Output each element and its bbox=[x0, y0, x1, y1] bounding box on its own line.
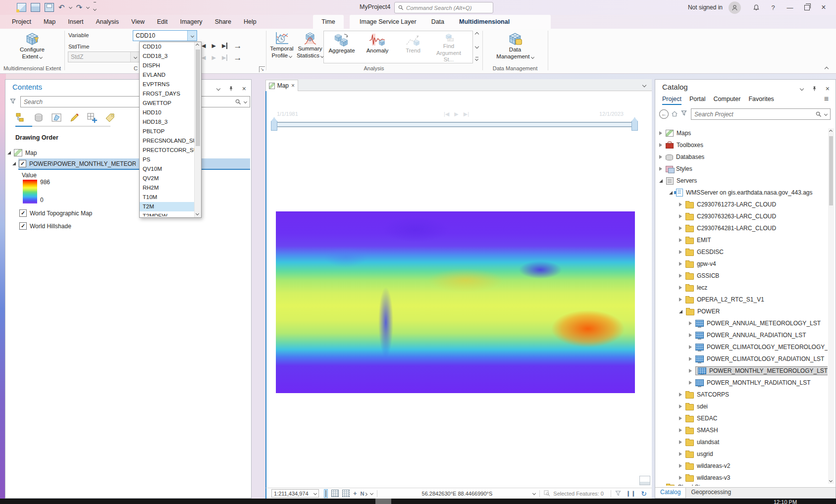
customize-qat-icon[interactable] bbox=[94, 2, 96, 12]
hillshade-row[interactable]: ✓ World Hillshade bbox=[19, 222, 71, 230]
catalog-tree-item[interactable]: POWER_CLIMATOLOGY_RADIATION_LST bbox=[655, 353, 828, 365]
variable-option[interactable]: PBLTOP bbox=[140, 127, 201, 136]
catalog-tab-project[interactable]: Project bbox=[662, 96, 681, 105]
temporal-profile-button[interactable]: Temporal Profile bbox=[268, 31, 295, 59]
z-go-to-end-icon[interactable]: → bbox=[233, 55, 242, 60]
list-by-editing-icon[interactable] bbox=[69, 112, 80, 123]
catalog-tree-item[interactable]: sdei bbox=[655, 401, 828, 412]
variable-option[interactable]: T10M bbox=[140, 193, 201, 202]
dock-tab-geoprocessing[interactable]: Geoprocessing bbox=[686, 488, 736, 498]
catalog-tree-item[interactable]: SMASH bbox=[655, 424, 828, 436]
expand-icon[interactable] bbox=[679, 226, 682, 230]
ribbon-tab-view[interactable]: View bbox=[131, 18, 145, 25]
catalog-tree-item[interactable]: EMIT bbox=[655, 234, 828, 246]
variable-option[interactable]: RH2M bbox=[140, 183, 201, 193]
catalog-tree-item[interactable]: POWER_MONTHLY_METEOROLOGY_LST bbox=[655, 365, 828, 377]
menu-icon[interactable]: ≡ bbox=[824, 95, 829, 103]
catalog-scrollbar[interactable] bbox=[828, 128, 834, 484]
undo-button[interactable]: ↶ bbox=[58, 3, 65, 11]
refresh-icon[interactable]: ↻ bbox=[641, 490, 647, 498]
collapse-icon[interactable] bbox=[669, 191, 673, 195]
catalog-tree-item[interactable]: lecz bbox=[655, 282, 828, 294]
variable-option[interactable]: QV2M bbox=[140, 174, 201, 183]
catalog-tree-item[interactable]: C2930764281-LARC_CLOUD bbox=[655, 222, 828, 234]
time-slider-start-handle[interactable] bbox=[271, 117, 277, 131]
variable-option[interactable]: EVPTRNS bbox=[140, 80, 201, 89]
back-icon[interactable]: ← bbox=[659, 109, 669, 119]
variable-option[interactable]: HDD10 bbox=[140, 108, 201, 117]
expand-icon[interactable] bbox=[689, 357, 692, 361]
catalog-tree-item[interactable]: GSSICB bbox=[655, 270, 828, 282]
gallery-expand-icon[interactable] bbox=[475, 57, 478, 60]
expand-icon[interactable] bbox=[659, 131, 662, 135]
help-button[interactable]: ? bbox=[765, 0, 782, 15]
scroll-up-icon[interactable] bbox=[196, 44, 199, 47]
scale-combobox[interactable]: 1:211,434,974 bbox=[271, 489, 319, 498]
pane-menu-icon[interactable] bbox=[800, 87, 804, 91]
z-play-button[interactable]: ▶ bbox=[211, 54, 215, 61]
catalog-tree-item[interactable]: POWER_CLIMATOLOGY_METEOROLOGY_LST bbox=[655, 341, 828, 353]
expand-icon[interactable] bbox=[679, 274, 682, 278]
overview-image-icon[interactable] bbox=[639, 476, 650, 485]
layer-checkbox[interactable]: ✓ bbox=[19, 209, 27, 217]
selected-features-count[interactable]: Selected Features: 0 bbox=[553, 491, 604, 497]
expand-icon[interactable] bbox=[679, 214, 682, 218]
basemap-row[interactable]: ✓ World Topographic Map bbox=[19, 209, 92, 217]
scroll-down-icon[interactable] bbox=[196, 212, 199, 215]
variable-option[interactable]: GWETTOP bbox=[140, 99, 201, 108]
temperature-raster-layer[interactable] bbox=[276, 211, 635, 393]
selected-item-highlight[interactable]: POWER_MONTHLY_METEOROLOGY_LST bbox=[695, 366, 828, 375]
expand-icon[interactable] bbox=[679, 452, 682, 456]
catalog-tree-item[interactable]: Databases bbox=[655, 151, 828, 163]
catalog-tree-item[interactable]: C2930763263-LARC_CLOUD bbox=[655, 210, 828, 222]
catalog-tab-computer[interactable]: Computer bbox=[714, 96, 741, 105]
configure-extent-button[interactable]: Configure Extent bbox=[15, 31, 50, 60]
variable-option[interactable]: EVLAND bbox=[140, 70, 201, 80]
variable-option[interactable]: HDD18_3 bbox=[140, 117, 201, 127]
minimize-button[interactable]: — bbox=[782, 0, 798, 15]
tab-multidimensional[interactable]: Multidimensional bbox=[459, 13, 510, 30]
pause-drawing-icon[interactable]: ❙❙ bbox=[626, 490, 636, 497]
ribbon-tab-edit[interactable]: Edit bbox=[157, 18, 168, 25]
new-project-icon[interactable] bbox=[17, 3, 26, 12]
map-canvas[interactable]: 1/1/1981 12/1/2023 |◀▶▶| bbox=[265, 91, 652, 488]
crosshair-icon[interactable]: + bbox=[353, 490, 357, 497]
collapse-ribbon-icon[interactable] bbox=[825, 67, 829, 71]
ribbon-tab-imagery[interactable]: Imagery bbox=[180, 18, 202, 25]
variable-option[interactable]: FROST_DAYS bbox=[140, 89, 201, 99]
expand-icon[interactable] bbox=[679, 250, 682, 254]
stdz-combobox[interactable]: StdZ bbox=[68, 51, 140, 62]
variable-option[interactable]: PRECSNOLAND_SUM bbox=[140, 136, 201, 146]
list-by-data-source-icon[interactable] bbox=[33, 112, 44, 123]
time-slider-playback-icons[interactable]: |◀▶▶| bbox=[444, 111, 469, 117]
redo-button[interactable]: ↷ bbox=[76, 3, 83, 11]
close-pane-icon[interactable]: × bbox=[826, 85, 830, 93]
expand-icon[interactable] bbox=[679, 298, 682, 302]
command-search-input[interactable]: Command Search (Alt+Q) bbox=[394, 2, 493, 13]
catalog-tree-item[interactable]: Styles bbox=[655, 163, 828, 175]
undo-dropdown-icon[interactable] bbox=[69, 5, 72, 9]
variable-dropdown-icon[interactable] bbox=[187, 31, 197, 41]
play-button[interactable]: ▶ bbox=[211, 43, 215, 49]
list-by-selection-icon[interactable] bbox=[51, 112, 62, 123]
expand-icon[interactable] bbox=[659, 167, 662, 171]
expand-icon[interactable] bbox=[689, 333, 692, 337]
catalog-search-input[interactable]: Search Project bbox=[691, 108, 831, 120]
tab-time[interactable]: Time bbox=[321, 15, 335, 29]
catalog-tree-item[interactable]: ulandsat bbox=[655, 436, 828, 448]
catalog-tree-item[interactable]: POWER_MONTHLY_RADIATION_LST bbox=[655, 377, 828, 389]
go-to-end-icon[interactable]: → bbox=[233, 44, 242, 49]
catalog-tree-item[interactable]: wildareas-v2 bbox=[655, 460, 828, 472]
ribbon-tab-analysis[interactable]: Analysis bbox=[96, 18, 119, 25]
expand-icon[interactable] bbox=[679, 464, 682, 468]
redo-dropdown-icon[interactable] bbox=[86, 5, 90, 9]
dialog-launcher-icon[interactable]: ↘ bbox=[259, 66, 265, 72]
cursor-coordinates[interactable]: 56.2842630°E 88.4466990°S bbox=[381, 491, 533, 497]
list-by-snapping-icon[interactable] bbox=[87, 112, 98, 123]
step-forward-button[interactable]: ▶ bbox=[222, 43, 227, 49]
tab-data[interactable]: Data bbox=[431, 15, 444, 29]
find-argument-statistics-button[interactable]: ARG Find Argument St... bbox=[431, 31, 467, 63]
time-slider-end-handle[interactable] bbox=[631, 117, 638, 131]
coordinates-dropdown-icon[interactable] bbox=[532, 492, 536, 495]
catalog-tree-item[interactable]: gpw-v4 bbox=[655, 258, 828, 270]
